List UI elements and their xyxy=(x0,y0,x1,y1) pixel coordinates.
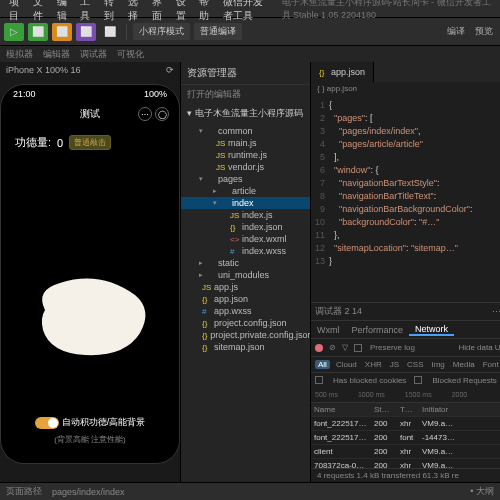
clear-icon[interactable]: ⊘ xyxy=(329,343,336,352)
status-time: 21:00 xyxy=(13,89,36,99)
phone-simulator[interactable]: 21:00 100% 测试 ⋯ ◯ 功德量: 0 普通敲击 xyxy=(0,84,180,464)
debugger-button[interactable]: ⬜ xyxy=(100,23,120,41)
tree-item[interactable]: {}project.private.config.json xyxy=(181,329,310,341)
footer-label: 页面路径 xyxy=(6,485,42,498)
json-icon: {} xyxy=(319,68,328,77)
editor-button[interactable]: ⬜ xyxy=(76,23,96,41)
window-title: 电子木鱼流量主小程序源码-站长周卡 - 微信开发者工具 Stable 1.05.… xyxy=(277,0,496,22)
filter-media[interactable]: Media xyxy=(451,360,477,369)
tree-item[interactable]: ▸ article xyxy=(181,185,310,197)
code-editor[interactable]: 1{2 "pages": [3 "pages/index/index",4 "p… xyxy=(311,95,500,302)
filter-css[interactable]: CSS xyxy=(405,360,425,369)
tree-item[interactable]: {}sitemap.json xyxy=(181,341,310,353)
tree-item[interactable]: ▾ pages xyxy=(181,173,310,185)
sub-visual[interactable]: 可视化 xyxy=(117,48,144,61)
menu-tool[interactable]: 工具 xyxy=(75,0,99,23)
network-row[interactable]: client200xhrVM9.as… xyxy=(311,445,500,459)
status-battery: 100% xyxy=(144,89,167,99)
mode-dropdown[interactable]: 小程序模式 xyxy=(133,23,190,40)
file-tree: ▾ commonJSmain.jsJSruntime.jsJSvendor.js… xyxy=(181,123,310,482)
menu-project[interactable]: 项目 xyxy=(4,0,28,23)
open-editors-label[interactable]: 打开的编辑器 xyxy=(181,85,310,104)
tree-item[interactable]: {}index.json xyxy=(181,221,310,233)
sub-editor[interactable]: 编辑器 xyxy=(43,48,70,61)
wooden-fish-icon[interactable] xyxy=(25,265,155,365)
auto-toggle[interactable] xyxy=(35,417,59,429)
menu-view[interactable]: 界面 xyxy=(147,0,171,23)
menu-file[interactable]: 文件 xyxy=(28,0,52,23)
tree-item[interactable]: JSvendor.js xyxy=(181,161,310,173)
simulator-panel: iPhone X 100% 16 ⟳ 21:00 100% 测试 ⋯ ◯ 功德量… xyxy=(0,62,180,482)
tree-item[interactable]: {}project.config.json xyxy=(181,317,310,329)
menu-bar: 项目 文件 编辑 工具 转到 选择 界面 设置 帮助 微信开发者工具 电子木鱼流… xyxy=(0,0,500,18)
explorer-panel: 资源管理器 打开的编辑器 ▾ 电子木鱼流量主小程序源码 ▾ commonJSma… xyxy=(180,62,310,482)
filter-xhr[interactable]: XHR xyxy=(363,360,384,369)
sub-debugger[interactable]: 调试器 xyxy=(80,48,107,61)
compile-dropdown[interactable]: 普通编译 xyxy=(194,23,242,40)
filter-img[interactable]: Img xyxy=(429,360,446,369)
breadcrumb[interactable]: { } app.json xyxy=(311,82,500,95)
compile-btn[interactable]: 编译 xyxy=(444,25,468,38)
sub-toolbar: 模拟器 编辑器 调试器 可视化 xyxy=(0,46,500,62)
capsule-menu-icon[interactable]: ⋯ xyxy=(138,107,152,121)
editor-tab[interactable]: {} app.json xyxy=(311,62,374,82)
hint-text: (背景高能 注意性能) xyxy=(1,434,179,445)
menu-edit[interactable]: 编辑 xyxy=(52,0,76,23)
tree-item[interactable]: #index.wxss xyxy=(181,245,310,257)
menu-wxdev[interactable]: 微信开发者工具 xyxy=(218,0,276,23)
tree-item[interactable]: JSruntime.js xyxy=(181,149,310,161)
devtools-panel: 调试器 2 14 ⋯ Wxml Performance Network ⊘ ▽ … xyxy=(311,302,500,482)
tree-item[interactable]: ▾ common xyxy=(181,125,310,137)
preview-btn[interactable]: 预览 xyxy=(472,25,496,38)
sub-simulator[interactable]: 模拟器 xyxy=(6,48,33,61)
filter-font[interactable]: Font xyxy=(481,360,500,369)
page-title: 测试 xyxy=(80,107,100,121)
menu-setting[interactable]: 设置 xyxy=(171,0,195,23)
refresh-icon[interactable]: ⟳ xyxy=(166,65,174,75)
network-row[interactable]: font_2225171_…200font-14473… xyxy=(311,431,500,445)
network-row[interactable]: font_2225171_…200xhrVM9.as… xyxy=(311,417,500,431)
gongde-label: 功德量: xyxy=(15,135,51,150)
tree-item[interactable]: ▾ index xyxy=(181,197,310,209)
tree-item[interactable]: JSmain.js xyxy=(181,137,310,149)
tree-item[interactable]: JSapp.js xyxy=(181,281,310,293)
tab-performance[interactable]: Performance xyxy=(346,325,410,335)
tree-item[interactable]: ▸ static xyxy=(181,257,310,269)
filter-cloud[interactable]: Cloud xyxy=(334,360,359,369)
gongde-value: 0 xyxy=(57,137,63,149)
blocked-cookies-check[interactable] xyxy=(315,376,323,384)
editor-panel: {} app.json { } app.json 1{2 "pages": [3… xyxy=(310,62,500,482)
capsule-close-icon[interactable]: ◯ xyxy=(155,107,169,121)
preserve-check[interactable] xyxy=(354,344,362,352)
stop-button[interactable]: ⬜ xyxy=(28,23,48,41)
device-selector[interactable]: iPhone X 100% 16 xyxy=(6,65,81,75)
network-row[interactable]: 708372ca-04c…200xhrVM9.as… xyxy=(311,459,500,468)
menu-help[interactable]: 帮助 xyxy=(194,0,218,23)
tree-item[interactable]: JSindex.js xyxy=(181,209,310,221)
record-icon[interactable] xyxy=(315,344,323,352)
blocked-req-check[interactable] xyxy=(414,376,422,384)
network-table[interactable]: NameStatusTypeInitiatorfont_2225171_…200… xyxy=(311,403,500,468)
footer-outline[interactable]: • 大纲 xyxy=(470,485,494,498)
menu-select[interactable]: 选择 xyxy=(123,0,147,23)
mode-badge[interactable]: 普通敲击 xyxy=(69,135,111,150)
filter-all[interactable]: All xyxy=(315,360,330,369)
project-root[interactable]: ▾ 电子木鱼流量主小程序源码 xyxy=(181,104,310,123)
tree-item[interactable]: {}app.json xyxy=(181,293,310,305)
filter-icon[interactable]: ▽ xyxy=(342,343,348,352)
tree-item[interactable]: <>index.wxml xyxy=(181,233,310,245)
simulator-button[interactable]: ⬜ xyxy=(52,23,72,41)
tree-item[interactable]: ▸ uni_modules xyxy=(181,269,310,281)
tree-item[interactable]: #app.wxss xyxy=(181,305,310,317)
tab-network[interactable]: Network xyxy=(409,324,454,336)
dt-more-icon[interactable]: ⋯ xyxy=(492,307,500,317)
run-button[interactable]: ▷ xyxy=(4,23,24,41)
tab-wxml[interactable]: Wxml xyxy=(311,325,346,335)
explorer-title: 资源管理器 xyxy=(181,62,310,85)
footer-path[interactable]: pages/index/index xyxy=(52,487,125,497)
hide-data[interactable]: Hide data U xyxy=(458,343,500,352)
menu-goto[interactable]: 转到 xyxy=(99,0,123,23)
dt-header: 调试器 2 14 xyxy=(315,305,362,318)
filter-js[interactable]: JS xyxy=(388,360,401,369)
auto-label: 自动积功德/高能背景 xyxy=(62,416,146,429)
